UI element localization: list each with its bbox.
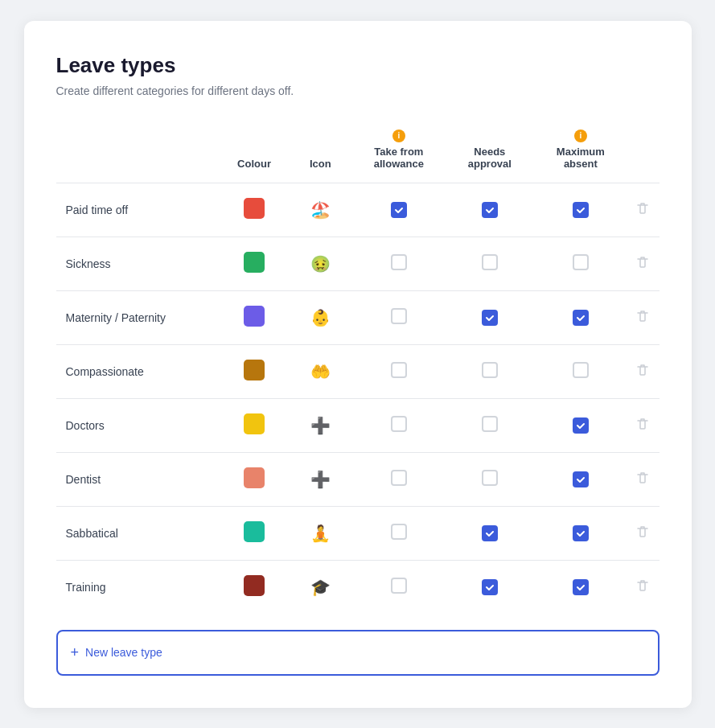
checkbox-unchecked[interactable] [391,578,407,594]
row-icon[interactable]: 🧘 [287,506,353,560]
colour-swatch[interactable] [244,521,265,542]
delete-icon[interactable] [636,204,649,217]
checkbox-unchecked[interactable] [573,362,589,378]
row-colour[interactable] [221,236,287,290]
row-delete[interactable] [626,183,659,236]
row-absent[interactable] [535,560,626,614]
leave-icon: ➕ [310,416,331,435]
row-colour[interactable] [221,560,287,614]
row-absent[interactable] [535,452,626,506]
row-colour[interactable] [221,290,287,344]
row-delete[interactable] [626,452,659,506]
colour-swatch[interactable] [244,413,265,434]
delete-icon[interactable] [636,473,649,487]
delete-icon[interactable] [636,365,649,379]
row-icon[interactable]: 🏖️ [287,183,353,236]
row-approval[interactable] [444,183,535,236]
row-colour[interactable] [221,452,287,506]
delete-icon[interactable] [636,419,649,433]
checkbox-unchecked[interactable] [391,470,407,486]
row-icon[interactable]: ➕ [287,452,353,506]
row-approval[interactable] [444,398,535,452]
row-allowance[interactable] [353,344,444,398]
row-delete[interactable] [626,506,659,560]
delete-icon[interactable] [636,311,649,325]
table-row: Dentist ➕ [56,452,660,506]
checkbox-checked[interactable] [573,417,589,434]
delete-icon[interactable] [636,257,649,271]
row-colour[interactable] [221,398,287,452]
delete-icon[interactable] [636,581,649,594]
checkbox-unchecked[interactable] [482,362,498,378]
checkbox-checked[interactable] [482,310,498,326]
row-name: Maternity / Paternity [56,290,221,344]
row-icon[interactable]: ➕ [287,398,353,452]
row-absent[interactable] [535,344,626,398]
row-absent[interactable] [535,290,626,344]
row-approval[interactable] [444,344,535,398]
leave-icon: 🎓 [310,578,331,597]
checkbox-checked[interactable] [573,579,589,595]
row-colour[interactable] [221,506,287,560]
row-icon[interactable]: 🎓 [287,560,353,614]
row-allowance[interactable] [353,398,444,452]
checkbox-unchecked[interactable] [391,362,407,378]
page-subtitle: Create different categories for differen… [56,84,660,97]
row-icon[interactable]: 🤲 [287,344,353,398]
row-delete[interactable] [626,236,659,290]
row-allowance[interactable] [353,506,444,560]
checkbox-unchecked[interactable] [391,254,407,270]
colour-swatch[interactable] [244,575,265,596]
table-row: Maternity / Paternity 👶 [56,290,660,344]
row-colour[interactable] [221,344,287,398]
checkbox-checked[interactable] [482,579,498,595]
checkbox-unchecked[interactable] [391,416,407,432]
row-delete[interactable] [626,290,659,344]
row-delete[interactable] [626,560,659,614]
row-icon[interactable]: 👶 [287,290,353,344]
row-absent[interactable] [535,236,626,290]
row-approval[interactable] [444,560,535,614]
leave-icon: 🧘 [310,524,331,543]
row-absent[interactable] [535,398,626,452]
checkbox-unchecked[interactable] [391,524,407,540]
row-approval[interactable] [444,452,535,506]
checkbox-checked[interactable] [573,471,589,487]
row-icon[interactable]: 🤢 [287,236,353,290]
checkbox-unchecked[interactable] [482,416,498,432]
row-delete[interactable] [626,344,659,398]
th-allowance: i Take from allowance [353,123,444,183]
row-absent[interactable] [535,183,626,236]
checkbox-checked[interactable] [482,202,498,218]
checkbox-checked[interactable] [573,310,589,326]
colour-swatch[interactable] [244,306,265,327]
add-leave-type-button[interactable]: + New leave type [56,630,660,676]
leave-types-card: Leave types Create different categories … [24,21,692,708]
row-approval[interactable] [444,506,535,560]
row-absent[interactable] [535,506,626,560]
add-button-label: New leave type [85,646,162,659]
row-approval[interactable] [444,236,535,290]
colour-swatch[interactable] [244,467,265,488]
checkbox-unchecked[interactable] [482,254,498,270]
row-allowance[interactable] [353,290,444,344]
row-colour[interactable] [221,183,287,236]
table-row: Doctors ➕ [56,398,660,452]
checkbox-checked[interactable] [482,525,498,541]
colour-swatch[interactable] [244,360,265,380]
checkbox-checked[interactable] [573,202,589,218]
checkbox-unchecked[interactable] [573,254,589,270]
checkbox-unchecked[interactable] [482,470,498,486]
colour-swatch[interactable] [244,252,265,273]
colour-swatch[interactable] [244,198,265,219]
row-delete[interactable] [626,398,659,452]
row-allowance[interactable] [353,452,444,506]
checkbox-checked[interactable] [391,202,407,218]
delete-icon[interactable] [636,527,649,541]
checkbox-unchecked[interactable] [391,308,407,324]
row-allowance[interactable] [353,183,444,236]
row-allowance[interactable] [353,560,444,614]
checkbox-checked[interactable] [573,525,589,541]
row-approval[interactable] [444,290,535,344]
row-allowance[interactable] [353,236,444,290]
